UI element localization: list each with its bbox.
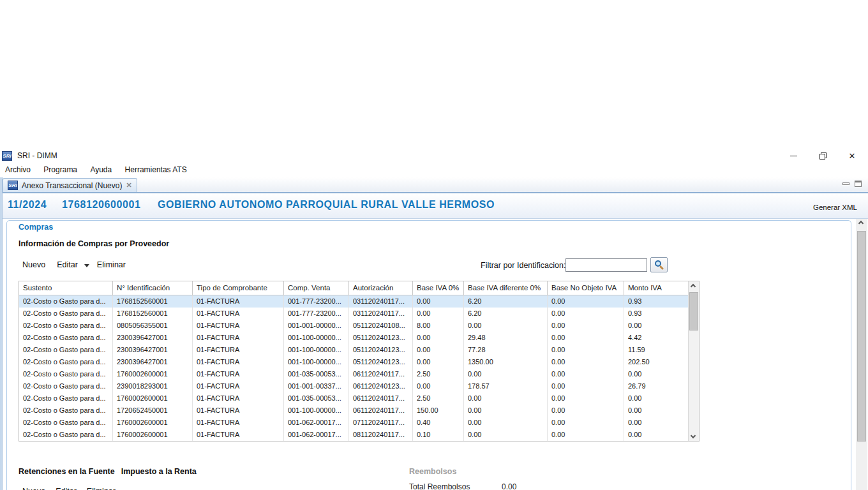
table-body: 02-Costo o Gasto para d...17681525600010… [19, 295, 688, 441]
ruc-label: 1768120600001 [62, 199, 140, 211]
table-cell: 051120240123... [349, 332, 413, 344]
table-cell: 081120240117... [349, 429, 413, 441]
editar-dropdown-icon[interactable] [84, 264, 89, 267]
table-scrollbar-thumb[interactable] [689, 292, 698, 330]
generar-xml-button[interactable]: Generar XML [813, 204, 857, 211]
retenciones-eliminar-button[interactable]: Eliminar [87, 487, 116, 490]
filter-label: Filtrar por Identificacion: [481, 261, 565, 270]
tab-label: Anexo Transaccional (Nuevo) [22, 181, 122, 190]
eliminar-button[interactable]: Eliminar [97, 260, 126, 269]
sri-tab-icon: SRi [8, 181, 18, 190]
total-reembolsos-label: Total Reembolsos [409, 482, 470, 490]
table-row[interactable]: 02-Costo o Gasto para d...17600026000010… [19, 429, 688, 441]
minimize-pane-icon[interactable] [842, 182, 849, 185]
page-scrollbar-thumb[interactable] [857, 231, 866, 442]
restore-button[interactable] [813, 148, 832, 163]
minimize-button[interactable] [784, 148, 803, 163]
column-header[interactable]: Base IVA diferente 0% [464, 281, 548, 295]
table-scroll-up-icon[interactable] [691, 284, 696, 289]
table-scrollbar[interactable] [688, 281, 699, 441]
editar-button[interactable]: Editar [57, 260, 78, 269]
table-cell: 001-777-23200... [284, 295, 349, 308]
table-row[interactable]: 02-Costo o Gasto para d...23003964270010… [19, 332, 688, 344]
filter-input[interactable] [565, 258, 647, 272]
compras-section-title: Información de Compras por Proveedor [19, 239, 169, 248]
column-header[interactable]: Base No Objeto IVA [548, 281, 624, 295]
menu-archivo[interactable]: Archivo [5, 165, 31, 174]
table-row[interactable]: 02-Costo o Gasto para d...17206524500010… [19, 405, 688, 417]
column-header[interactable]: Base IVA 0% [413, 281, 464, 295]
table-row[interactable]: 02-Costo o Gasto para d...17600026000010… [19, 392, 688, 405]
table-cell: 1350.00 [464, 356, 548, 368]
table-row[interactable]: 02-Costo o Gasto para d...23003964270010… [19, 356, 688, 368]
menu-herramientas-ats[interactable]: Herramientas ATS [125, 165, 187, 174]
retenciones-nuevo-button[interactable]: Nuevo [22, 487, 45, 490]
table-row[interactable]: 02-Costo o Gasto para d...08050563550010… [19, 320, 688, 332]
table-cell: 001-777-23200... [284, 308, 349, 320]
page-scrollbar[interactable] [856, 219, 867, 490]
column-header[interactable]: Tipo de Comprobante [193, 281, 284, 295]
table-row[interactable]: 02-Costo o Gasto para d...23900182930010… [19, 380, 688, 392]
table-cell: 0.00 [548, 368, 624, 380]
column-header[interactable]: Comp. Venta [284, 281, 349, 295]
table-scroll-down-icon[interactable] [691, 433, 696, 438]
table-row[interactable]: 02-Costo o Gasto para d...17681525600010… [19, 308, 688, 320]
column-header[interactable]: Sustento [19, 281, 113, 295]
restore-icon [819, 152, 827, 160]
retenciones-editar-button[interactable]: Editar [56, 487, 77, 490]
table-cell: 01-FACTURA [193, 429, 284, 441]
menu-programa[interactable]: Programa [43, 165, 77, 174]
scroll-up-icon[interactable] [858, 221, 864, 226]
table-row[interactable]: 02-Costo o Gasto para d...17600026000010… [19, 368, 688, 380]
table-cell: 051120240108... [349, 320, 413, 332]
table-cell: 0.00 [548, 332, 624, 344]
table-cell: 061120240123... [349, 380, 413, 392]
close-button[interactable]: ✕ [842, 148, 862, 163]
table-cell: 2300396427001 [113, 332, 193, 344]
table-cell: 0.00 [413, 308, 464, 320]
table-cell: 0.93 [624, 308, 688, 320]
menu-bar: Archivo Programa Ayuda Herramientas ATS [0, 163, 868, 177]
table-cell: 001-100-00000... [284, 356, 349, 368]
table-cell: 051120240123... [349, 356, 413, 368]
table-cell: 01-FACTURA [193, 417, 284, 429]
table-cell: 2300396427001 [113, 356, 193, 368]
table-cell: 0.00 [464, 392, 548, 405]
column-header[interactable]: Autorización [349, 281, 413, 295]
table-cell: 0.00 [624, 320, 688, 332]
compras-table: SustentoN° IdentificaciónTipo de Comprob… [19, 281, 700, 442]
table-cell: 0.00 [464, 405, 548, 417]
table-cell: 0.00 [548, 295, 624, 308]
table-row[interactable]: 02-Costo o Gasto para d...23003964270010… [19, 344, 688, 356]
table-cell: 01-FACTURA [193, 392, 284, 405]
tab-anexo-transaccional[interactable]: SRi Anexo Transaccional (Nuevo) ✕ [3, 178, 137, 192]
search-button[interactable] [650, 257, 668, 272]
table-row[interactable]: 02-Costo o Gasto para d...17681525600010… [19, 295, 688, 308]
compras-group: Compras Información de Compras por Prove… [6, 220, 851, 490]
sri-app-icon: SRi [2, 151, 12, 161]
menu-ayuda[interactable]: Ayuda [90, 165, 112, 174]
table-row[interactable]: 02-Costo o Gasto para d...17600026000010… [19, 417, 688, 429]
table-cell: 02-Costo o Gasto para d... [19, 332, 113, 344]
maximize-pane-icon[interactable] [855, 181, 862, 187]
table-cell: 01-FACTURA [193, 320, 284, 332]
retenciones-toolbar: Nuevo Editar Eliminar [22, 487, 126, 490]
table-cell: 001-062-00017... [284, 429, 349, 441]
column-header[interactable]: Monto IVA [624, 281, 689, 295]
table-cell: 01-FACTURA [193, 295, 284, 308]
nuevo-button[interactable]: Nuevo [22, 260, 45, 269]
title-bar: SRi SRI - DIMM ✕ [0, 148, 868, 163]
column-header[interactable]: N° Identificación [113, 281, 193, 295]
table-cell: 6.20 [464, 308, 548, 320]
table-cell: 0.00 [548, 429, 624, 441]
table-cell: 1760002600001 [113, 392, 193, 405]
table-cell: 0.40 [413, 417, 464, 429]
table-cell: 0805056355001 [113, 320, 193, 332]
table-cell: 26.79 [624, 380, 688, 392]
table-cell: 2300396427001 [113, 344, 193, 356]
tab-close-icon[interactable]: ✕ [126, 181, 131, 189]
table-cell: 0.00 [464, 417, 548, 429]
table-cell: 001-100-00000... [284, 344, 349, 356]
compras-group-title: Compras [19, 223, 53, 232]
table-cell: 001-100-00000... [284, 332, 349, 344]
